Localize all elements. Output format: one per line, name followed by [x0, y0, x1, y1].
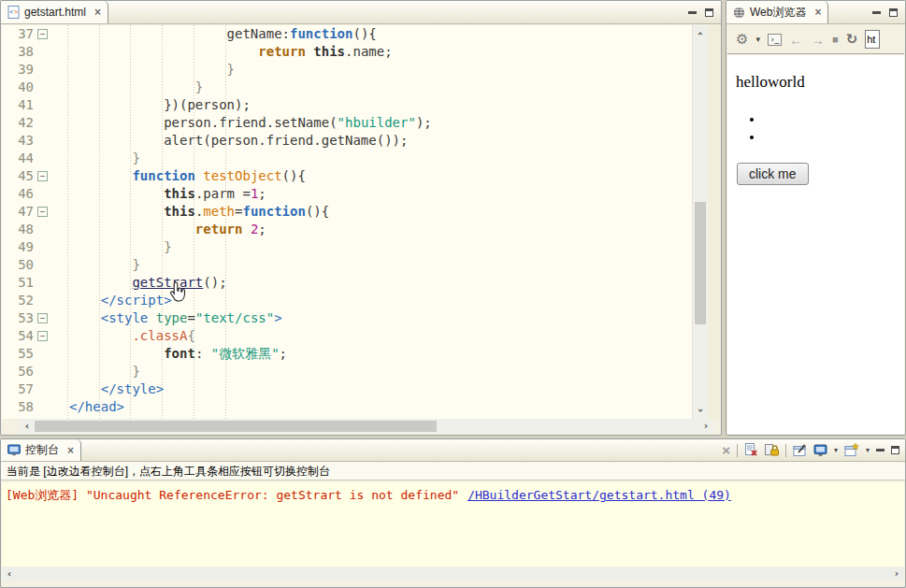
gear-icon[interactable]: ⚙ — [736, 31, 748, 48]
code-text: </head> — [50, 398, 124, 416]
clear-console-icon[interactable]: × — [722, 443, 730, 457]
url-input[interactable] — [865, 30, 880, 49]
new-console-icon[interactable] — [844, 443, 859, 457]
code-line[interactable]: 51 getStrart(); — [2, 274, 692, 292]
refresh-icon[interactable]: ↻ — [846, 31, 858, 48]
tab-label: 控制台 — [25, 442, 59, 458]
code-line[interactable]: 37− getName:function(){ — [2, 25, 692, 43]
maximize-icon[interactable] — [705, 8, 713, 17]
code-line[interactable]: 44 } — [2, 150, 692, 167]
console-view-dropdown-icon[interactable]: ▾ — [834, 446, 838, 454]
code-line[interactable]: 56 } — [2, 363, 692, 380]
code-line[interactable]: 42 person.friend.setName("hbuilder"); — [2, 114, 692, 132]
tab-console[interactable]: 控制台 × — [1, 439, 81, 461]
tab-web-browser[interactable]: Web浏览器 × — [726, 1, 828, 23]
maximize-icon[interactable] — [891, 446, 899, 454]
minimize-icon[interactable] — [688, 11, 697, 14]
code-line[interactable]: 57 </style> — [2, 380, 692, 398]
gear-dropdown-icon[interactable]: ▾ — [755, 35, 760, 44]
editor-panel: <> getstart.html × 37− getName:function(… — [0, 0, 722, 436]
fold-spacer — [36, 61, 50, 79]
code-text: font: "微软雅黑"; — [50, 345, 287, 363]
code-line[interactable]: 53− <style type="text/css"> — [2, 309, 692, 327]
code-text: getName:function(){ — [50, 25, 377, 43]
fold-collapse-icon[interactable]: − — [36, 167, 50, 185]
code-line[interactable]: 49 } — [2, 238, 692, 256]
scroll-right-icon[interactable]: › — [700, 421, 712, 432]
fold-collapse-icon[interactable]: − — [36, 327, 50, 345]
close-icon[interactable]: × — [94, 7, 101, 18]
vertical-scroll-thumb[interactable] — [695, 202, 706, 324]
code-line[interactable]: 41 })(person); — [2, 96, 692, 114]
code-text: alert(person.friend.getName()); — [50, 132, 408, 150]
tab-getstart-html[interactable]: <> getstart.html × — [1, 1, 108, 23]
scroll-down-icon[interactable]: › — [695, 405, 706, 416]
code-line[interactable]: 55 font: "微软雅黑"; — [2, 345, 692, 363]
scroll-lock-icon[interactable] — [765, 443, 779, 457]
fold-spacer — [36, 221, 50, 238]
console-error-link[interactable]: /HBuilderGetStart/getstart.html (49) — [467, 488, 731, 502]
console-toggle-icon[interactable]: ›_ — [768, 34, 782, 46]
code-line[interactable]: 43 alert(person.friend.getName()); — [2, 132, 692, 150]
line-number: 52 — [2, 292, 36, 309]
fold-spacer — [36, 363, 50, 380]
code-line[interactable]: 45− function testObject(){ — [2, 167, 692, 185]
minimize-icon[interactable] — [872, 11, 881, 14]
scroll-right-icon[interactable]: › — [891, 568, 902, 580]
click-me-button[interactable]: click me — [737, 163, 809, 185]
stop-icon[interactable]: ■ — [832, 34, 839, 45]
code-line[interactable]: 40 } — [2, 79, 692, 96]
code-line[interactable]: 38 return this.name; — [2, 43, 692, 61]
fold-collapse-icon[interactable]: − — [36, 203, 50, 221]
code-line[interactable]: 52 </script> — [2, 292, 692, 309]
browser-tabbar: Web浏览器 × — [726, 1, 905, 24]
console-horizontal-scrollbar[interactable]: › › — [2, 566, 904, 581]
code-line[interactable]: 50 } — [2, 256, 692, 274]
code-line[interactable]: 58</head> — [2, 398, 692, 416]
fold-collapse-icon[interactable]: − — [36, 25, 50, 43]
maximize-icon[interactable] — [889, 8, 898, 17]
code-text: function testObject(){ — [50, 167, 306, 185]
line-number: 39 — [2, 61, 36, 79]
clear-log-icon[interactable] — [744, 443, 758, 457]
code-line[interactable]: 39 } — [2, 61, 692, 79]
close-icon[interactable]: × — [814, 7, 821, 18]
svg-text:>: > — [14, 8, 18, 16]
horizontal-scroll-thumb[interactable] — [35, 421, 437, 432]
code-line[interactable]: 46 this.parm =1; — [2, 185, 692, 203]
console-view-icon[interactable] — [813, 444, 827, 457]
code-line[interactable]: 48 return 2; — [2, 221, 692, 238]
editor-window-controls — [681, 1, 721, 23]
code-line[interactable]: 47− this.meth=function(){ — [2, 203, 692, 221]
fold-collapse-icon[interactable]: − — [36, 309, 50, 327]
code-editor[interactable]: 37− getName:function(){38 return this.na… — [2, 25, 692, 419]
fold-spacer — [36, 238, 50, 256]
code-text: } — [50, 256, 140, 274]
line-number: 42 — [2, 114, 36, 132]
code-text: this.meth=function(){ — [50, 203, 329, 221]
pin-console-icon[interactable] — [793, 444, 807, 457]
editor-horizontal-scrollbar[interactable]: › › — [20, 419, 713, 434]
line-number: 44 — [2, 150, 36, 167]
code-text: })(person); — [50, 96, 251, 114]
editor-tabbar: <> getstart.html × — [1, 1, 721, 24]
scroll-left-icon[interactable]: › — [4, 568, 15, 580]
new-console-dropdown-icon[interactable]: ▾ — [866, 446, 870, 454]
console-output: [Web浏览器] "Uncaught ReferenceError: getSt… — [2, 482, 904, 566]
code-line[interactable]: 54− .classA{ — [2, 327, 692, 345]
scroll-left-icon[interactable]: › — [22, 421, 33, 432]
back-icon[interactable]: ← — [789, 33, 803, 47]
line-number: 40 — [2, 79, 36, 96]
scroll-up-icon[interactable]: › — [695, 28, 706, 39]
code-text: .classA{ — [50, 327, 195, 345]
close-icon[interactable]: × — [67, 445, 74, 456]
forward-icon[interactable]: → — [811, 33, 825, 47]
console-error-text: [Web浏览器] "Uncaught ReferenceError: getSt… — [6, 488, 459, 502]
code-text: } — [50, 363, 140, 380]
code-text: } — [50, 238, 172, 256]
code-text: </style> — [50, 380, 164, 398]
editor-vertical-scrollbar[interactable]: › › — [692, 25, 708, 419]
browser-toolbar: ⚙ ▾ ›_ ← → ■ ↻ — [727, 25, 904, 54]
minimize-icon[interactable] — [876, 449, 884, 452]
list-item — [764, 129, 897, 147]
